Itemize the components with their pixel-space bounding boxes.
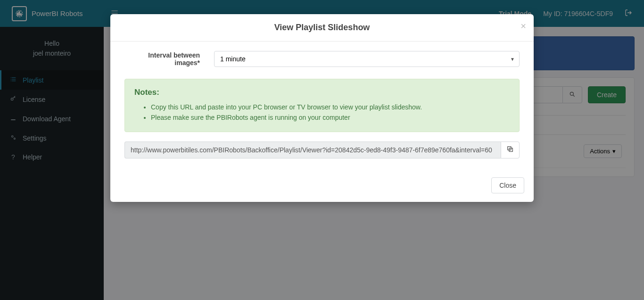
modal-close-button[interactable]: × — [520, 21, 526, 32]
modal-title: View Playlist Slideshow — [120, 23, 524, 33]
copy-icon — [506, 145, 514, 154]
modal-body: Interval between images* 1 minute ▼ Note… — [110, 42, 534, 170]
slideshow-modal: View Playlist Slideshow × Interval betwe… — [110, 14, 534, 202]
close-icon: × — [520, 21, 526, 31]
modal-overlay[interactable]: View Playlist Slideshow × Interval betwe… — [0, 0, 644, 300]
notes-box: Notes: Copy this URL and paste into your… — [124, 79, 520, 132]
interval-select[interactable]: 1 minute — [214, 51, 520, 67]
notes-title: Notes: — [134, 88, 510, 97]
modal-header: View Playlist Slideshow × — [110, 14, 534, 42]
modal-footer: Close — [110, 170, 534, 202]
close-button[interactable]: Close — [491, 177, 524, 193]
interval-label: Interval between images* — [124, 51, 214, 67]
url-row — [124, 142, 520, 158]
copy-url-button[interactable] — [501, 142, 520, 158]
slideshow-url-input[interactable] — [124, 142, 501, 158]
note-item: Please make sure the PBIRobots agent is … — [151, 112, 510, 123]
interval-row: Interval between images* 1 minute ▼ — [124, 51, 520, 67]
note-item: Copy this URL and paste into your PC bro… — [151, 102, 510, 112]
